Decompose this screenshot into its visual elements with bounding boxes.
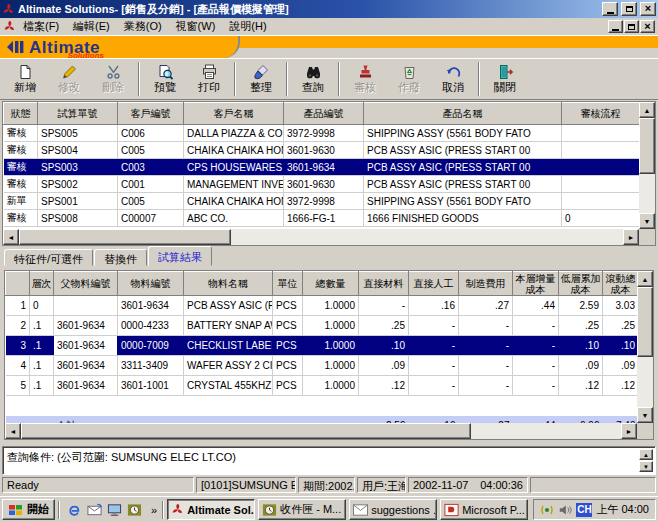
bom-row[interactable]: 4.13601-96343311-3409WAFER ASSY 2 CIR(PC… bbox=[6, 356, 639, 376]
toolbar-button-preview[interactable]: 預覽 bbox=[143, 60, 187, 98]
bom-row[interactable]: 103601-9634PCB ASSY ASIC (PIPCS1.0000-.1… bbox=[6, 296, 639, 316]
quotation-row[interactable]: 審核SPS002C001MANAGEMENT INVESTMENT &3601-… bbox=[4, 176, 640, 193]
outlook-express-icon[interactable] bbox=[86, 501, 103, 518]
scroll-right-icon[interactable]: ► bbox=[621, 423, 637, 439]
column-header-12[interactable]: 滾動總成本 bbox=[603, 272, 639, 296]
column-header-0[interactable] bbox=[6, 272, 30, 296]
menu-file[interactable]: 檔案(F) bbox=[16, 18, 66, 35]
outlook-icon[interactable] bbox=[126, 501, 143, 518]
toolbar-button-print[interactable]: 打印 bbox=[187, 60, 231, 98]
column-header-5[interactable]: 產品名稱 bbox=[364, 103, 562, 125]
bom-row[interactable]: 2.13601-96340000-4233BATTERY SNAP AWG(PC… bbox=[6, 316, 639, 336]
column-header-11[interactable]: 低層累加成本 bbox=[559, 272, 603, 296]
column-header-1[interactable]: 層次 bbox=[30, 272, 54, 296]
task-button-1[interactable]: 收件匣 - M... bbox=[258, 499, 346, 520]
scroll-left-icon[interactable]: ◄ bbox=[3, 229, 19, 245]
quotation-row[interactable]: 審核SPS004C005CHAIKA CHAIKA HONG KONG3601-… bbox=[4, 142, 640, 159]
scrollbar-track[interactable] bbox=[231, 229, 623, 245]
scrollbar-track[interactable] bbox=[471, 423, 621, 439]
scroll-up-icon[interactable]: ▲ bbox=[639, 102, 655, 118]
column-header-2[interactable]: 客戶編號 bbox=[118, 103, 184, 125]
task-button-0[interactable]: Altimate Sol... bbox=[167, 499, 255, 520]
chevron-icon[interactable]: » bbox=[149, 504, 159, 516]
network-activity-icon[interactable] bbox=[540, 504, 554, 516]
scroll-up-icon[interactable]: ▲ bbox=[637, 271, 653, 287]
quotation-row[interactable]: 審核SPS005C006DALLA PIAZZA & CO. (HK)3972-… bbox=[4, 125, 640, 142]
column-header-2[interactable]: 父物料編號 bbox=[54, 272, 118, 296]
scrollbar-thumb[interactable] bbox=[19, 229, 231, 245]
tab-trial-result[interactable]: 試算結果 bbox=[148, 246, 212, 266]
toolbar-button-organize[interactable]: 整理 bbox=[239, 60, 283, 98]
bom-horizontal-scrollbar[interactable]: ◄ ► bbox=[5, 423, 637, 439]
quotation-row[interactable]: 審核SPS008C00007ABC CO.1666-FG-11666 FINIS… bbox=[4, 210, 640, 227]
scrollbar-track[interactable] bbox=[639, 174, 655, 213]
quotation-row[interactable]: 新單SPS001C005CHAIKA CHAIKA HONG KONG3972-… bbox=[4, 193, 640, 210]
show-desktop-icon[interactable] bbox=[106, 501, 123, 518]
toolbar-button-cancel[interactable]: 取消 bbox=[431, 60, 475, 98]
column-header-4[interactable]: 產品編號 bbox=[284, 103, 364, 125]
start-button[interactable]: 開始 bbox=[2, 499, 55, 520]
column-header-9[interactable]: 制造費用 bbox=[459, 272, 513, 296]
scroll-right-icon[interactable]: ► bbox=[623, 229, 639, 245]
bom-row[interactable]: 5.13601-96343601-1001CRYSTAL 455KHZPCS1.… bbox=[6, 376, 639, 396]
preview-icon bbox=[157, 64, 174, 80]
cell: PCS bbox=[273, 316, 303, 336]
column-header-3[interactable]: 物料編號 bbox=[118, 272, 184, 296]
column-header-3[interactable]: 客戶名稱 bbox=[184, 103, 284, 125]
scrollbar-thumb[interactable] bbox=[639, 118, 655, 174]
toolbar-button-new[interactable]: 新增 bbox=[3, 60, 47, 98]
toolbar-button-label: 查詢 bbox=[302, 81, 324, 93]
quotation-horizontal-scrollbar[interactable]: ◄ ► bbox=[3, 229, 639, 245]
taskbar: 開始 » Altimate Sol...收件匣 - M...suggestion… bbox=[0, 496, 658, 522]
speaker-icon[interactable] bbox=[558, 504, 572, 516]
column-header-7[interactable]: 直接材料 bbox=[359, 272, 409, 296]
bom-vertical-scrollbar[interactable]: ▲ ▼ bbox=[637, 271, 653, 423]
column-header-5[interactable]: 單位 bbox=[273, 272, 303, 296]
column-header-6[interactable]: 總數量 bbox=[303, 272, 359, 296]
menu-help[interactable]: 說明(H) bbox=[222, 18, 273, 35]
tab-substitute[interactable]: 替換件 bbox=[94, 249, 147, 266]
close-button[interactable]: × bbox=[640, 2, 656, 16]
query-scrollbar[interactable]: ▲ ▼ bbox=[639, 449, 653, 472]
scroll-down-icon[interactable]: ▼ bbox=[637, 407, 653, 423]
bom-row[interactable]: 3.13601-96340000-7009CHECKLIST LABEL(PCS… bbox=[6, 336, 639, 356]
cell: 新單 bbox=[4, 193, 38, 210]
child-minimize-button[interactable] bbox=[608, 20, 623, 33]
scroll-down-icon[interactable]: ▼ bbox=[639, 213, 655, 229]
ie-icon[interactable] bbox=[66, 501, 83, 518]
column-header-8[interactable]: 直接人工 bbox=[409, 272, 459, 296]
status-company: [0101]SUMSUNG ELEC LT.CO bbox=[196, 477, 296, 493]
menu-business[interactable]: 業務(O) bbox=[117, 18, 169, 35]
scrollbar-thumb[interactable] bbox=[637, 287, 653, 357]
task-button-2[interactable]: suggestions ... bbox=[349, 499, 437, 520]
column-header-1[interactable]: 試算單號 bbox=[38, 103, 118, 125]
toolbar-button-close[interactable]: 關閉 bbox=[483, 60, 527, 98]
column-header-0[interactable]: 狀態 bbox=[4, 103, 38, 125]
scroll-up-icon[interactable]: ▲ bbox=[639, 449, 653, 460]
toolbar-separator bbox=[338, 62, 340, 96]
cell bbox=[54, 296, 118, 316]
app-logo-icon bbox=[2, 3, 15, 16]
scroll-left-icon[interactable]: ◄ bbox=[5, 423, 21, 439]
minimize-button[interactable] bbox=[602, 2, 618, 16]
scroll-down-icon[interactable]: ▼ bbox=[639, 461, 653, 472]
tab-feature-optional[interactable]: 特征件/可選件 bbox=[4, 249, 93, 266]
column-header-10[interactable]: 本層增量成本 bbox=[513, 272, 559, 296]
child-close-button[interactable]: × bbox=[640, 20, 655, 33]
menu-window[interactable]: 視窗(W) bbox=[169, 18, 223, 35]
scrollbar-thumb[interactable] bbox=[21, 423, 471, 439]
child-restore-button[interactable] bbox=[624, 20, 639, 33]
quotation-vertical-scrollbar[interactable]: ▲ ▼ bbox=[639, 102, 655, 229]
column-header-6[interactable]: 審核流程 bbox=[562, 103, 640, 125]
cell: - bbox=[409, 336, 459, 356]
cell: 3311-3409 bbox=[118, 356, 184, 376]
menu-edit[interactable]: 編輯(E) bbox=[66, 18, 117, 35]
scrollbar-track[interactable] bbox=[637, 357, 653, 407]
language-indicator[interactable]: CH bbox=[576, 503, 592, 517]
restore-button[interactable] bbox=[621, 2, 637, 16]
query-condition-text: 查詢條件: (公司范圍: SUMSUNG ELEC LT.CO) bbox=[7, 451, 236, 463]
task-button-3[interactable]: Microsoft P... bbox=[440, 499, 528, 520]
quotation-row[interactable]: 審核SPS003C003CPS HOUSEWARES PTY LTD.3601-… bbox=[4, 159, 640, 176]
toolbar-button-query[interactable]: 查詢 bbox=[291, 60, 335, 98]
column-header-4[interactable]: 物料名稱 bbox=[184, 272, 273, 296]
